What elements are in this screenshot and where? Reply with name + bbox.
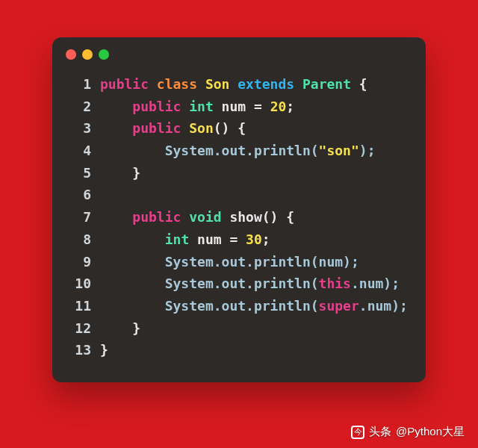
token: [100, 99, 132, 114]
token: "son": [319, 143, 359, 158]
token: super: [319, 298, 359, 314]
token: [100, 209, 132, 225]
code-area: 1public class Son extends Parent {2 publ…: [52, 67, 426, 361]
token: 30: [246, 231, 262, 247]
token: show: [229, 209, 261, 225]
code-content: [100, 184, 408, 206]
token: .num);: [351, 276, 400, 291]
token: () {: [214, 120, 246, 136]
line-number: 5: [70, 162, 91, 184]
code-line: 12 }: [70, 317, 408, 340]
token: public: [132, 120, 189, 136]
footer-handle: @Python大星: [396, 425, 465, 439]
code-line: 1public class Son extends Parent {: [70, 73, 408, 96]
code-content: public Son() {: [100, 117, 408, 140]
code-line: 13}: [70, 339, 408, 361]
token: int: [189, 99, 221, 114]
close-icon[interactable]: [66, 49, 76, 60]
code-content: System.out.println("son");: [100, 140, 408, 162]
token: [100, 120, 132, 136]
token: System.out.println(num);: [100, 254, 359, 270]
code-content: public int num = 20;: [100, 96, 408, 118]
code-line: 8 int num = 30;: [70, 228, 408, 251]
line-number: 7: [70, 206, 91, 228]
line-number: 10: [70, 273, 91, 295]
token: num: [222, 99, 254, 114]
code-content: }: [100, 339, 408, 361]
token: public: [132, 99, 189, 114]
minimize-icon[interactable]: [82, 49, 93, 60]
code-content: public void show() {: [100, 206, 408, 228]
line-number: 12: [70, 317, 91, 340]
code-line: 2 public int num = 20;: [70, 96, 408, 118]
token: public: [132, 209, 189, 225]
maximize-icon[interactable]: [99, 49, 109, 60]
token: {: [359, 76, 367, 92]
token: );: [359, 143, 376, 158]
line-number: 13: [70, 339, 91, 361]
token: extends: [238, 76, 302, 92]
token: }: [100, 165, 140, 181]
code-line: 5 }: [70, 162, 408, 184]
token: num: [197, 231, 229, 247]
token: ;: [286, 99, 294, 114]
code-line: 3 public Son() {: [70, 117, 408, 140]
line-number: 3: [70, 117, 91, 140]
code-content: System.out.println(super.num);: [100, 295, 408, 317]
line-number: 4: [70, 140, 91, 162]
token: class: [157, 76, 205, 92]
line-number: 2: [70, 96, 91, 118]
window-titlebar: [52, 37, 426, 67]
token: Parent: [302, 76, 359, 92]
token: () {: [262, 209, 294, 225]
code-content: System.out.println(num);: [100, 251, 408, 273]
code-editor-window: 1public class Son extends Parent {2 publ…: [52, 37, 426, 382]
token: System.out.println(: [100, 298, 319, 314]
token: int: [165, 231, 197, 247]
code-content: System.out.println(this.num);: [100, 273, 408, 295]
line-number: 1: [70, 73, 91, 96]
token: =: [254, 99, 270, 114]
token: ;: [262, 231, 270, 247]
code-line: 7 public void show() {: [70, 206, 408, 228]
token: this: [319, 276, 351, 291]
code-content: }: [100, 317, 408, 340]
code-content: int num = 30;: [100, 228, 408, 251]
token: 20: [270, 99, 287, 114]
token: System.out.println(: [100, 143, 319, 158]
code-content: public class Son extends Parent {: [100, 73, 408, 96]
token: [100, 187, 108, 202]
token: void: [189, 209, 229, 225]
attribution-footer: 今 头条 @Python大星: [351, 425, 465, 439]
token: }: [100, 320, 140, 336]
line-number: 11: [70, 295, 91, 317]
token: Son: [189, 120, 214, 136]
line-number: 6: [70, 184, 91, 206]
code-line: 4 System.out.println("son");: [70, 140, 408, 162]
token: .num);: [359, 298, 408, 314]
code-line: 6: [70, 184, 408, 206]
token: [100, 231, 165, 247]
code-line: 9 System.out.println(num);: [70, 251, 408, 273]
line-number: 8: [70, 228, 91, 251]
token: public: [100, 76, 157, 92]
token: =: [229, 231, 246, 247]
token: Son: [205, 76, 238, 92]
token: System.out.println(: [100, 276, 319, 291]
code-line: 10 System.out.println(this.num);: [70, 273, 408, 295]
source-icon: 今: [351, 426, 364, 439]
token: }: [100, 342, 108, 358]
footer-prefix: 头条: [369, 425, 391, 439]
line-number: 9: [70, 251, 91, 273]
code-content: }: [100, 162, 408, 184]
code-line: 11 System.out.println(super.num);: [70, 295, 408, 317]
